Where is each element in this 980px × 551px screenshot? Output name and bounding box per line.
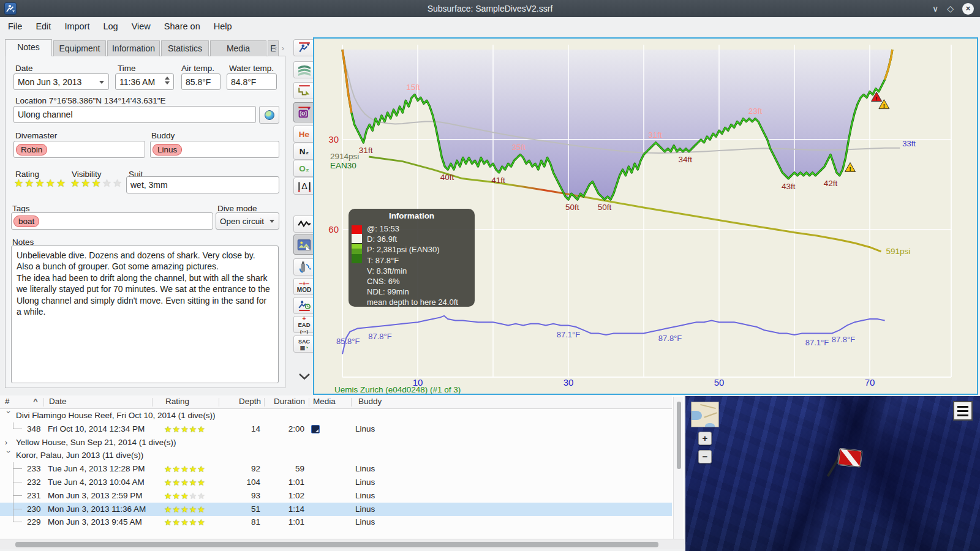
chevron-collapsed-icon[interactable]: › <box>5 436 12 449</box>
dive-mode-select[interactable]: Open circuit <box>216 212 279 230</box>
dive-number: 233 <box>27 462 41 476</box>
temp-label: 87.8°F <box>832 335 856 344</box>
menu-item-help[interactable]: Help <box>214 21 232 31</box>
tab-scroll-left-icon[interactable]: ‹ <box>272 42 279 55</box>
vertical-scrollbar-thumb[interactable] <box>677 402 681 469</box>
divemaster-field[interactable]: Robin <box>13 141 145 158</box>
setpoint-clock-icon[interactable] <box>293 102 315 122</box>
waves-icon[interactable] <box>293 61 315 78</box>
nitrogen-icon[interactable]: N₂ <box>293 143 315 160</box>
dive-list-header[interactable]: #DateRatingDepthDurationMediaBuddy^ <box>0 395 672 409</box>
time-axis-tick: 50 <box>714 377 725 388</box>
tags-field[interactable]: boat <box>11 212 213 230</box>
helium-icon[interactable]: He <box>293 126 315 143</box>
horizontal-scrollbar-thumb[interactable] <box>15 542 658 547</box>
air-temp-field[interactable]: 85.8°F <box>181 73 221 90</box>
sac-icon[interactable]: SAC▦◔ <box>293 335 315 353</box>
time-spinner-icon[interactable] <box>165 77 170 84</box>
buddy-field[interactable]: Linus <box>150 141 279 158</box>
tab-information[interactable]: Information <box>107 40 160 56</box>
tab-media[interactable]: Media <box>210 40 266 56</box>
column-separator <box>43 398 44 407</box>
column-header-duration[interactable]: Duration <box>266 397 305 406</box>
mod-icon[interactable]: –+–MOD <box>293 278 315 295</box>
date-field[interactable]: Mon Jun 3, 2013 <box>13 73 109 90</box>
oxygen-icon[interactable]: O₂ <box>293 160 315 177</box>
column-header-num[interactable]: # <box>5 397 10 406</box>
ceiling-step-icon[interactable] <box>293 82 315 99</box>
buddy-tag[interactable]: Linus <box>153 144 182 156</box>
tab-scroll-right-icon[interactable]: › <box>279 42 287 55</box>
suit-field[interactable]: wet, 3mm <box>126 176 279 193</box>
dive-row-229[interactable]: 229Mon Jun 3, 2013 9:45 AM★★★★★811:01Lin… <box>0 515 672 529</box>
tab-equipment[interactable]: Equipment <box>53 40 106 56</box>
minimize-icon[interactable]: ∨ <box>932 4 938 13</box>
dive-date: Fri Oct 10, 2014 12:34 PM <box>48 422 145 436</box>
time-axis-tick: 70 <box>865 377 875 388</box>
column-header-date[interactable]: Date <box>49 397 67 406</box>
water-temp-field[interactable]: 84.8°F <box>227 73 277 90</box>
depth-axis-tick: 30 <box>328 134 339 144</box>
chevron-expanded-icon[interactable]: › <box>2 411 15 418</box>
time-axis-tick: 30 <box>564 377 574 388</box>
vertical-scrollbar[interactable] <box>673 397 683 539</box>
dive-duration: 59 <box>264 462 304 476</box>
menu-item-edit[interactable]: Edit <box>36 21 51 31</box>
column-header-buddy[interactable]: Buddy <box>358 397 382 406</box>
notes-textarea[interactable]: Unbelievable dive. Dozens and dozens of … <box>11 246 279 383</box>
tag-boat[interactable]: boat <box>13 216 39 227</box>
visibility-stars[interactable]: ★★★★★ <box>70 177 123 189</box>
column-header-rating[interactable]: Rating <box>165 397 189 406</box>
water-temp-label: Water temp. <box>229 64 274 73</box>
horizontal-scrollbar[interactable] <box>0 539 684 549</box>
dive-rating-stars: ★★★★★ <box>164 515 206 529</box>
menu-item-file[interactable]: File <box>8 21 22 31</box>
diver-icon[interactable] <box>293 39 315 56</box>
trip-row[interactable]: ›Yellow House, Sun Sep 21, 2014 (1 dive(… <box>0 436 672 449</box>
menu-item-view[interactable]: View <box>132 21 151 31</box>
photos-icon[interactable] <box>293 234 315 255</box>
trip-row[interactable]: ›Divi Flamingo House Reef, Fri Oct 10, 2… <box>0 409 672 422</box>
divemaster-label: Divemaster <box>15 131 57 140</box>
map-menu-icon[interactable] <box>953 401 973 421</box>
dive-row-231[interactable]: 231Mon Jun 3, 2013 2:59 PM★★★★★931:02Lin… <box>0 489 672 503</box>
dive-site-map[interactable]: + − <box>685 396 980 551</box>
dive-row-230[interactable]: 230Mon Jun 3, 2013 11:36 AM★★★★★511:14Li… <box>0 503 672 516</box>
column-header-media[interactable]: Media <box>313 397 336 406</box>
close-icon[interactable]: × <box>962 3 974 15</box>
dive-duration: 2:00 <box>264 422 304 436</box>
map-zoom-in-button[interactable]: + <box>698 432 712 445</box>
tab-statistics[interactable]: Statistics <box>161 40 209 56</box>
rating-stars[interactable]: ★★★★★ <box>14 177 67 189</box>
diver-clock-icon[interactable] <box>293 297 315 314</box>
dive-row-348[interactable]: 348Fri Oct 10, 2014 12:34 PM★★★★★142:00L… <box>0 422 672 436</box>
heartrate-icon[interactable] <box>293 216 315 233</box>
chevron-down-icon <box>99 81 104 84</box>
column-header-depth[interactable]: Depth <box>221 397 261 406</box>
menu-item-import[interactable]: Import <box>64 21 89 31</box>
dive-date: Mon Jun 3, 2013 2:59 PM <box>48 489 143 503</box>
overview-minimap[interactable] <box>691 402 719 427</box>
dive-profile-chart[interactable]: 30601030507031ft40ft41ft50ft50ft34ft43ft… <box>313 37 978 395</box>
globe-button[interactable] <box>259 106 279 124</box>
chevron-expanded-icon[interactable]: › <box>2 451 15 458</box>
maximize-icon[interactable]: ◇ <box>947 4 954 13</box>
cylinder-switch-icon[interactable] <box>293 258 315 276</box>
temp-label: 87.1°F <box>557 330 581 339</box>
map-zoom-out-button[interactable]: − <box>698 450 712 463</box>
location-field[interactable]: Ulong channel <box>13 106 256 123</box>
dive-row-233[interactable]: 233Tue Jun 4, 2013 12:28 PM★★★★★9259Linu… <box>0 462 672 476</box>
tab-notes[interactable]: Notes <box>5 39 52 56</box>
media-thumbnail-icon[interactable] <box>311 425 320 433</box>
ead-icon[interactable]: +EAD(···) <box>293 316 315 333</box>
dive-row-232[interactable]: 232Tue Jun 4, 2013 10:04 AM★★★★★1041:01L… <box>0 476 672 489</box>
delta-icon[interactable]: Δ <box>293 178 315 195</box>
dive-flag-marker[interactable] <box>824 444 868 484</box>
trip-row[interactable]: ›Koror, Palau, Jun 2013 (11 dive(s)) <box>0 449 672 462</box>
scroll-down-icon[interactable] <box>293 368 315 385</box>
divemaster-tag[interactable]: Robin <box>16 144 47 156</box>
menu-item-share-on[interactable]: Share on <box>164 21 200 31</box>
time-field[interactable]: 11:36 AM <box>115 73 174 90</box>
menu-item-log[interactable]: Log <box>103 21 118 31</box>
dive-depth: 104 <box>219 476 260 489</box>
